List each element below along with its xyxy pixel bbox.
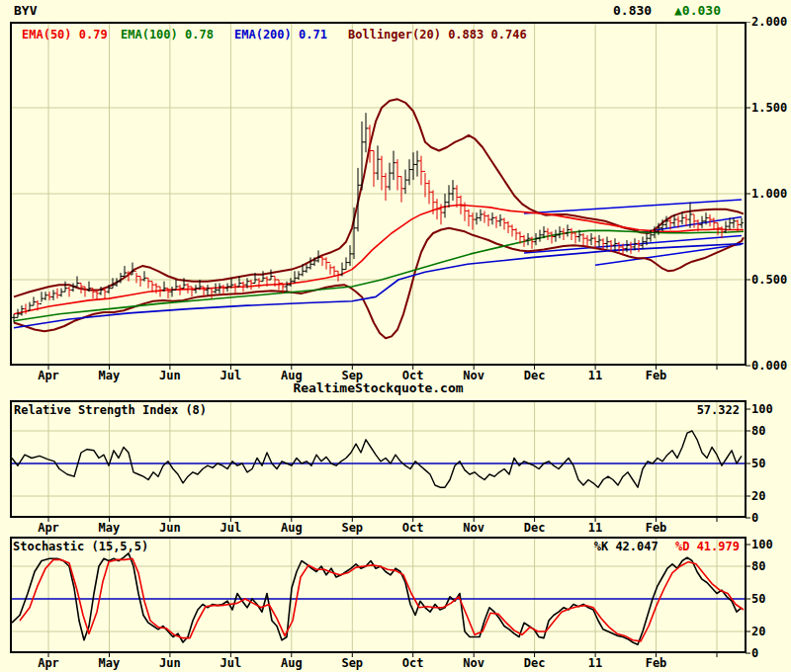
y-axis-label: 100	[751, 538, 791, 551]
y-axis-label: 0	[751, 511, 791, 525]
last-price: 0.830	[613, 3, 652, 18]
x-axis-month-label: Feb	[635, 522, 678, 535]
x-axis-month-label: Sep	[330, 522, 374, 535]
x-axis-month-label: May	[87, 370, 131, 382]
x-axis-month-label: Oct	[392, 522, 435, 535]
stochastic-k-value: %K 42.047	[594, 540, 659, 553]
x-axis-month-label: Jul	[209, 657, 252, 670]
price-chart	[10, 22, 751, 371]
x-axis-month-label: Nov	[452, 657, 495, 670]
x-axis-month-label: Apr	[27, 657, 70, 670]
x-axis-month-label: Dec	[513, 657, 557, 670]
x-axis-month-label: Jun	[148, 657, 192, 670]
x-axis-month-label: 11	[573, 522, 617, 535]
x-axis-month-label: Oct	[392, 657, 435, 670]
y-axis-label: 80	[751, 424, 791, 438]
x-axis-month-label: Jun	[148, 370, 192, 382]
legend-ema100: EMA(100) 0.78	[121, 28, 214, 42]
stock-quote-page: { "header": {"symbol": "BYV", "last_pric…	[0, 0, 791, 672]
site-watermark: RealtimeStockquote.com	[10, 380, 747, 395]
x-axis-month-label: Sep	[330, 657, 374, 670]
y-axis-label: 100	[751, 402, 791, 416]
x-axis-month-label: Dec	[513, 370, 557, 382]
stochastic-chart	[10, 537, 751, 658]
x-axis-month-label: Oct	[392, 370, 435, 382]
y-axis-label: 20	[751, 625, 791, 638]
y-axis-label: 50	[751, 457, 791, 470]
x-axis-month-label: Sep	[330, 370, 374, 382]
x-axis-month-label: 11	[573, 657, 617, 670]
y-axis-label: 0.500	[751, 273, 791, 287]
legend-ema200: EMA(200) 0.71	[234, 28, 327, 42]
x-axis-month-label: Dec	[513, 522, 557, 535]
y-axis-label: 50	[751, 592, 791, 606]
x-axis-month-label: May	[87, 657, 131, 670]
x-axis-month-label: Jul	[209, 370, 252, 382]
x-axis-month-label: Apr	[27, 370, 70, 382]
x-axis-month-label: 11	[573, 370, 617, 382]
x-axis-month-label: Feb	[635, 657, 678, 670]
quote-header: BYV 0.830 ▲0.030	[0, 3, 791, 21]
x-axis-month-label: Apr	[27, 522, 70, 535]
rsi-current-value: 57.322	[10, 403, 740, 417]
y-axis-label: 1.500	[751, 101, 791, 115]
legend-bollinger: Bollinger(20) 0.883 0.746	[348, 28, 527, 42]
x-axis-month-label: Jul	[209, 522, 252, 535]
ticker-symbol: BYV	[14, 3, 37, 18]
x-axis-month-label: Nov	[452, 370, 495, 382]
stochastic-d-value: %D 41.979	[675, 540, 740, 553]
stochastic-current-values: %K 42.047 %D 41.979	[10, 540, 740, 553]
rsi-chart	[10, 400, 751, 523]
y-axis-label: 20	[751, 489, 791, 503]
y-axis-label: 1.000	[751, 187, 791, 201]
x-axis-month-label: Feb	[635, 370, 678, 382]
price-change-badge: ▲0.030	[674, 3, 721, 18]
x-axis-month-label: Aug	[270, 522, 313, 535]
x-axis-month-label: May	[87, 522, 131, 535]
y-axis-label: 0.000	[751, 359, 791, 373]
y-axis-label: 2.000	[751, 15, 791, 29]
y-axis-label: 80	[751, 559, 791, 573]
x-axis-month-label: Nov	[452, 522, 495, 535]
legend-ema50: EMA(50) 0.79	[22, 28, 108, 42]
y-axis-label: 0	[751, 646, 791, 660]
x-axis-month-label: Jun	[148, 522, 192, 535]
x-axis-month-label: Aug	[270, 370, 313, 382]
x-axis-month-label: Aug	[270, 657, 313, 670]
